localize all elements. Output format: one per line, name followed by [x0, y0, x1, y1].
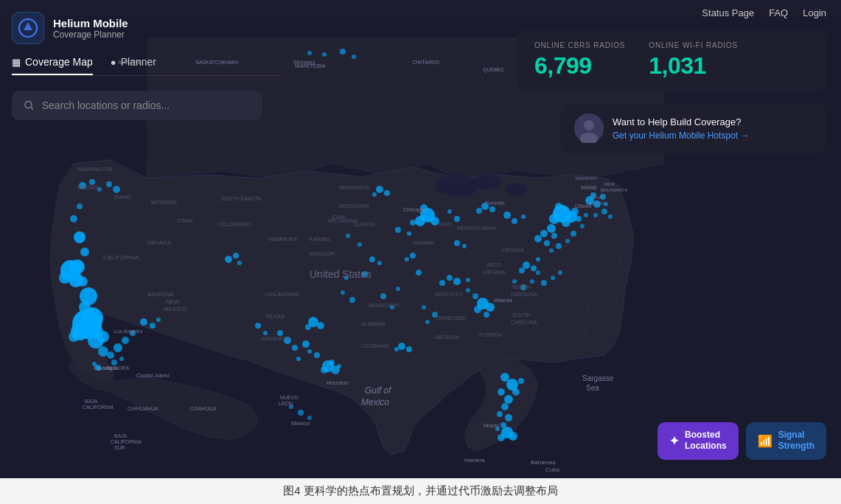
- svg-text:Mexico: Mexico: [291, 420, 310, 427]
- svg-text:MISSOURI: MISSOURI: [310, 251, 335, 256]
- cbrs-stat: ONLINE CBRS RADIOS 6,799: [534, 41, 625, 80]
- svg-point-102: [486, 303, 495, 312]
- svg-point-118: [512, 388, 520, 396]
- svg-text:FLORIDA: FLORIDA: [479, 332, 502, 337]
- svg-text:CALIFORNIA: CALIFORNIA: [83, 405, 114, 410]
- login-link[interactable]: Login: [803, 7, 826, 18]
- help-link[interactable]: Get your Helium Mobile Hotspot →: [613, 130, 749, 141]
- svg-point-52: [233, 253, 239, 259]
- svg-point-79: [372, 192, 377, 197]
- svg-point-136: [394, 347, 399, 351]
- search-bar[interactable]: [12, 91, 262, 120]
- svg-point-158: [541, 280, 547, 286]
- svg-text:BAJA: BAJA: [85, 399, 98, 404]
- svg-text:KENTUCKY: KENTUCKY: [435, 292, 463, 297]
- svg-point-113: [501, 403, 509, 410]
- svg-text:ARIZONA: ARIZONA: [147, 291, 174, 298]
- svg-point-2: [435, 175, 479, 197]
- svg-point-255: [340, 49, 346, 55]
- svg-point-77: [376, 186, 383, 193]
- svg-point-100: [544, 240, 550, 246]
- help-text: Want to Help Build Coverage? Get your He…: [613, 116, 749, 141]
- svg-point-270: [584, 120, 594, 130]
- svg-point-54: [277, 330, 283, 336]
- svg-point-66: [331, 365, 340, 374]
- svg-point-50: [156, 318, 161, 322]
- svg-text:UTAH: UTAH: [177, 217, 192, 224]
- svg-point-27: [107, 351, 114, 359]
- svg-text:NEVADA: NEVADA: [147, 239, 172, 246]
- svg-point-72: [395, 227, 401, 233]
- help-avatar: [574, 113, 604, 143]
- search-icon: [24, 99, 35, 111]
- svg-text:Havana: Havana: [464, 457, 485, 463]
- signal-strength-button[interactable]: 📶 SignalStrength: [746, 422, 826, 460]
- svg-point-128: [439, 280, 445, 286]
- bottom-buttons: ✦ BoostedLocations 📶 SignalStrength: [657, 422, 826, 460]
- svg-point-164: [570, 231, 576, 237]
- svg-text:NEW: NEW: [604, 182, 615, 186]
- svg-point-144: [349, 297, 355, 303]
- svg-point-139: [346, 234, 350, 238]
- svg-text:Winnipeg: Winnipeg: [293, 60, 315, 66]
- svg-point-140: [357, 242, 362, 247]
- svg-text:ALABAMA: ALABAMA: [361, 321, 385, 326]
- app-name: Helium Mobile: [53, 17, 128, 29]
- svg-text:Ciudad Juarez: Ciudad Juarez: [136, 373, 170, 378]
- svg-point-107: [519, 267, 525, 273]
- svg-text:NUEVO: NUEVO: [280, 395, 299, 400]
- status-page-link[interactable]: Status Page: [702, 7, 754, 18]
- svg-point-165: [580, 224, 584, 228]
- svg-point-157: [536, 270, 540, 275]
- svg-text:ARKANSAS: ARKANSAS: [262, 336, 290, 341]
- svg-text:Ottawa: Ottawa: [575, 203, 591, 209]
- tab-planner-label: Planner: [121, 56, 156, 68]
- svg-point-63: [255, 323, 261, 329]
- tabs: ▦ Coverage Map ● Planner: [12, 56, 283, 76]
- svg-text:NORTH: NORTH: [512, 284, 531, 290]
- svg-text:MISSISSIPPI: MISSISSIPPI: [369, 303, 399, 308]
- svg-point-69: [415, 216, 425, 226]
- stats-panel: ONLINE CBRS RADIOS 6,799 ONLINE WI-FI RA…: [517, 29, 826, 91]
- svg-point-98: [551, 233, 557, 239]
- svg-point-96: [547, 224, 556, 233]
- svg-text:QUEBEC: QUEBEC: [483, 67, 505, 73]
- signal-icon: 📶: [758, 434, 772, 448]
- svg-point-85: [521, 214, 526, 219]
- svg-text:WISCONSIN: WISCONSIN: [339, 203, 369, 209]
- svg-point-17: [74, 231, 86, 243]
- faq-link[interactable]: FAQ: [769, 7, 788, 18]
- svg-point-97: [540, 230, 548, 237]
- svg-text:VIRGINIA: VIRGINIA: [483, 270, 506, 275]
- svg-text:NEW: NEW: [166, 298, 180, 305]
- svg-point-38: [106, 181, 112, 187]
- svg-point-3: [472, 175, 501, 189]
- svg-text:COLORADO: COLORADO: [217, 221, 251, 228]
- logo-area: Helium Mobile Coverage Planner: [12, 12, 283, 44]
- svg-text:Cuba: Cuba: [545, 466, 560, 473]
- svg-point-51: [225, 256, 232, 263]
- tab-coverage-map[interactable]: ▦ Coverage Map: [12, 56, 93, 75]
- svg-point-163: [565, 239, 570, 243]
- svg-point-56: [292, 345, 298, 351]
- tab-planner[interactable]: ● Planner: [111, 56, 156, 75]
- svg-point-145: [396, 287, 400, 291]
- svg-text:MICHIGAN: MICHIGAN: [328, 217, 357, 224]
- svg-point-261: [92, 362, 97, 366]
- search-input[interactable]: [42, 99, 251, 111]
- svg-point-267: [25, 101, 32, 108]
- svg-point-91: [555, 203, 562, 210]
- svg-point-67: [321, 366, 328, 374]
- svg-point-53: [237, 261, 242, 265]
- svg-point-146: [380, 293, 386, 299]
- help-title: Want to Help Build Coverage?: [613, 116, 749, 127]
- svg-point-131: [462, 244, 467, 248]
- svg-text:NOVA: NOVA: [591, 195, 604, 200]
- svg-text:BRUNSWICK: BRUNSWICK: [601, 188, 628, 192]
- svg-point-26: [98, 346, 108, 357]
- boosted-locations-button[interactable]: ✦ BoostedLocations: [657, 422, 739, 460]
- svg-text:Atlanta: Atlanta: [494, 297, 512, 304]
- svg-text:IDAHO: IDAHO: [114, 195, 131, 200]
- boosted-icon: ✦: [669, 434, 679, 448]
- caption: 图4 更科学的热点布置规划，并通过代币激励去调整布局: [0, 478, 841, 504]
